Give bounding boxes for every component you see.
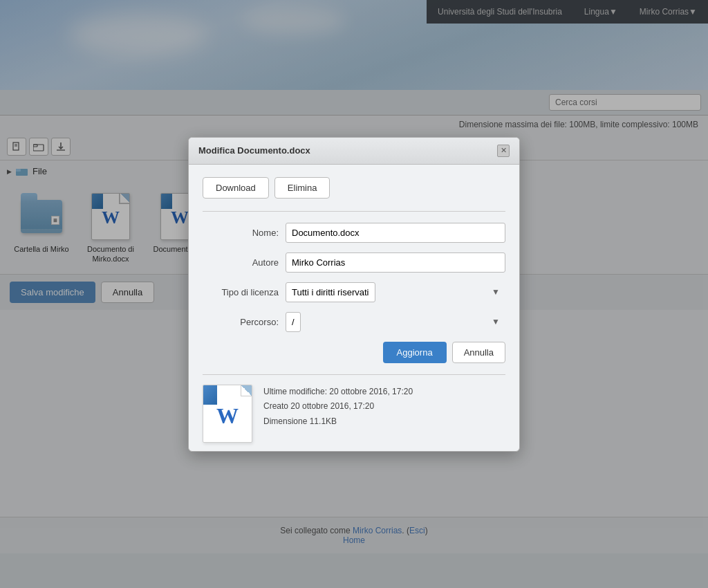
aggiorna-button[interactable]: Aggiorna: [383, 342, 447, 363]
modal-overlay: Modifica Documento.docx ✕ Download Elimi…: [0, 0, 708, 588]
file-metadata: Ultime modifiche: 20 ottobre 2016, 17:20…: [263, 385, 413, 430]
licenza-chevron-icon: ▼: [492, 287, 500, 297]
percorso-label: Percorso:: [203, 317, 279, 327]
file-created: Creato 20 ottobre 2016, 17:20: [263, 399, 413, 414]
elimina-button[interactable]: Elimina: [274, 177, 330, 199]
percorso-form-row: Percorso: / ▼: [203, 312, 505, 332]
autore-form-row: Autore: [203, 252, 505, 273]
modal-submit-row: Aggiorna Annulla: [203, 342, 505, 363]
licenza-form-row: Tipo di licenza Tutti i diritti riservat…: [203, 282, 505, 302]
modal-body: Download Elimina Nome: Autore Tipo di li…: [189, 165, 519, 451]
edit-document-modal: Modifica Documento.docx ✕ Download Elimi…: [188, 137, 520, 452]
preview-word-letter: W: [216, 403, 239, 429]
download-button[interactable]: Download: [203, 177, 269, 199]
autore-label: Autore: [203, 257, 279, 268]
nome-form-row: Nome:: [203, 223, 505, 243]
nome-input[interactable]: [286, 223, 505, 243]
percorso-select-wrapper: / ▼: [286, 312, 505, 332]
modal-title: Modifica Documento.docx: [198, 145, 310, 156]
modal-footer-divider: [203, 374, 505, 375]
modal-divider-1: [203, 211, 505, 212]
modal-action-row: Download Elimina: [203, 177, 505, 199]
modal-close-button[interactable]: ✕: [497, 145, 510, 157]
licenza-label: Tipo di licenza: [203, 287, 279, 297]
autore-input[interactable]: [286, 252, 505, 273]
file-size: Dimensione 11.1KB: [263, 414, 413, 430]
preview-corner: [203, 385, 217, 405]
modal-header: Modifica Documento.docx ✕: [189, 138, 519, 165]
annulla-modal-button[interactable]: Annulla: [452, 342, 505, 363]
licenza-select-wrapper: Tutti i diritti riservati ▼: [286, 282, 505, 302]
preview-icon: W: [203, 385, 252, 443]
nome-label: Nome:: [203, 228, 279, 238]
licenza-select[interactable]: Tutti i diritti riservati: [286, 282, 375, 302]
percorso-select[interactable]: /: [286, 312, 301, 332]
percorso-chevron-icon: ▼: [492, 317, 500, 327]
preview-fold: [241, 385, 252, 396]
file-modified: Ultime modifiche: 20 ottobre 2016, 17:20: [263, 385, 413, 400]
modal-file-preview: W Ultime modifiche: 20 ottobre 2016, 17:…: [203, 385, 505, 443]
